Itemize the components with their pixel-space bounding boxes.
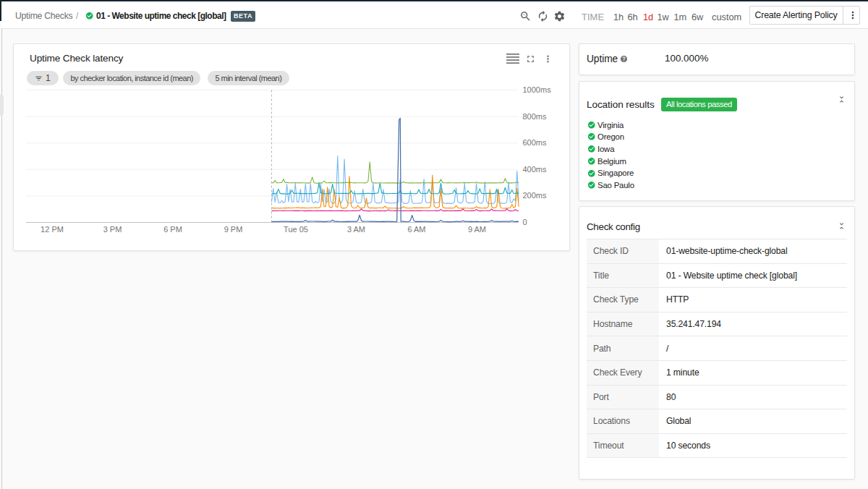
svg-text:400ms: 400ms [523,165,548,174]
svg-text:3 PM: 3 PM [103,225,122,234]
svg-text:9 AM: 9 AM [468,225,486,234]
svg-text:6 PM: 6 PM [163,225,182,234]
svg-text:800ms: 800ms [523,112,548,121]
svg-text:1000ms: 1000ms [523,85,552,94]
svg-text:6 AM: 6 AM [407,225,425,234]
svg-text:12 PM: 12 PM [41,225,64,234]
svg-text:3 AM: 3 AM [347,225,365,234]
svg-text:600ms: 600ms [523,138,548,147]
svg-text:200ms: 200ms [523,191,548,200]
svg-text:Tue 05: Tue 05 [284,225,308,234]
svg-text:9 PM: 9 PM [224,225,243,234]
svg-text:0: 0 [523,218,527,226]
